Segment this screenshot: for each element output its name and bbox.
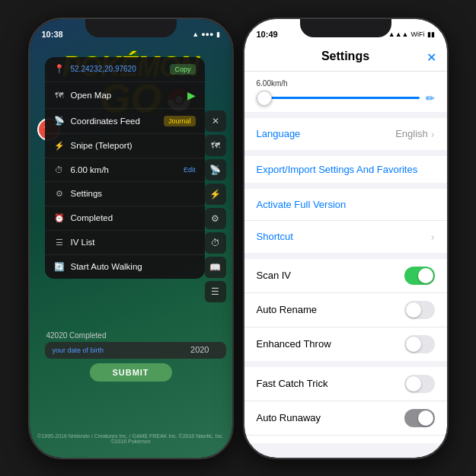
- menu-item-coordinate[interactable]: 📍 52.24232,20.97620 Copy: [45, 57, 205, 82]
- signal-icon: ●●●: [201, 30, 213, 38]
- speed-icon: ⏱: [54, 165, 65, 174]
- activate-label: Activate Full Version: [257, 199, 435, 210]
- toolbar-book[interactable]: 📖: [205, 257, 226, 278]
- left-screen: 10:38 ▲ ●●● ▮ POKÉMON GO 🔴 ✕: [30, 19, 232, 458]
- fast-catch-row[interactable]: Fast Catch Trick: [244, 367, 447, 401]
- battery-icon: ▮: [216, 30, 220, 38]
- shortcut-label: Shortcut: [257, 231, 431, 242]
- toolbar-map[interactable]: 🗺: [205, 135, 226, 156]
- right-screen: 10:49 ▲▲▲ WiFi ▮▮ Settings ✕ 6.: [244, 19, 447, 458]
- enhanced-throw-toggle[interactable]: [404, 335, 435, 353]
- auto-runaway-label: Auto Runaway: [257, 412, 404, 423]
- completed-icon: ⏰: [54, 213, 65, 223]
- close-button[interactable]: ✕: [426, 50, 436, 64]
- toolbar-close[interactable]: ✕: [205, 110, 226, 132]
- export-group: Export/Import Settings And Favorites: [244, 156, 447, 183]
- date-label: your date of birth: [53, 347, 104, 354]
- edit-button[interactable]: Edit: [184, 166, 196, 174]
- list-icon: ☰: [54, 238, 65, 248]
- auto-rename-knob: [406, 302, 421, 318]
- settings-title: Settings: [321, 50, 369, 63]
- auto-runaway-toggle[interactable]: [404, 409, 435, 427]
- language-chevron-icon: ›: [431, 128, 435, 140]
- auto-walking-label: Start Auto Walking: [71, 262, 196, 271]
- completed-label: Completed: [71, 213, 196, 222]
- toolbar-timer[interactable]: ⏱: [205, 232, 226, 254]
- map-icon: 🗺: [54, 91, 65, 100]
- menu-item-coordinates-feed[interactable]: 📡 Coordinates Feed Journal: [45, 109, 205, 134]
- menu-item-open-map[interactable]: 🗺 Open Map ▶: [45, 82, 205, 109]
- shortcut-row[interactable]: Shortcut ›: [244, 221, 447, 253]
- speed-value: 6.00km/h: [257, 79, 435, 88]
- fast-catch-label: Fast Catch Trick: [257, 378, 404, 389]
- snipe-label: Snipe (Teleport): [71, 141, 196, 150]
- toolbar-bolt[interactable]: ⚡: [205, 184, 226, 205]
- menu-item-settings[interactable]: ⚙ Settings: [45, 182, 205, 206]
- auto-rename-toggle[interactable]: [404, 301, 435, 319]
- fast-catch-knob: [406, 376, 421, 391]
- speed-slider[interactable]: ✏: [257, 92, 435, 104]
- toolbar-list[interactable]: ☰: [205, 281, 226, 302]
- signal-right: ▲▲▲: [388, 30, 409, 38]
- location-icon: 📍: [54, 64, 65, 74]
- menu-item-speed[interactable]: ⏱ 6.00 km/h Edit: [45, 158, 205, 182]
- time-left: 10:38: [42, 30, 63, 39]
- open-map-label: Open Map: [71, 91, 181, 100]
- fullversion-group: Activate Full Version Shortcut ›: [244, 189, 447, 253]
- menu-item-completed[interactable]: ⏰ Completed: [45, 206, 205, 231]
- toggle-group-1: Scan IV Auto Rename Enhanced Throw: [244, 259, 447, 361]
- settings-label: Settings: [71, 189, 196, 198]
- scan-iv-label: Scan IV: [257, 270, 404, 281]
- language-value: English: [395, 128, 428, 139]
- copyright-text: ©1995-2016 Nintendo / Creatures Inc. / G…: [30, 433, 232, 444]
- language-row[interactable]: Language English ›: [244, 118, 447, 150]
- slider-thumb[interactable]: [257, 91, 272, 106]
- feed-label: Coordinates Feed: [71, 117, 158, 126]
- snipe-icon: ⚡: [54, 141, 65, 151]
- toolbar-gear[interactable]: ⚙: [205, 208, 226, 229]
- menu-item-snipe[interactable]: ⚡ Snipe (Teleport): [45, 134, 205, 158]
- time-right: 10:49: [257, 30, 278, 39]
- wifi-icon: ▲: [192, 30, 199, 38]
- journal-button[interactable]: Journal: [164, 116, 196, 126]
- left-phone: 10:38 ▲ ●●● ▮ POKÉMON GO 🔴 ✕: [28, 18, 234, 459]
- feed-icon: 📡: [54, 116, 65, 126]
- speed-section: 6.00km/h ✏: [244, 72, 447, 112]
- battery-right: ▮▮: [427, 30, 435, 38]
- scan-iv-knob: [418, 268, 433, 283]
- auto-rename-row[interactable]: Auto Rename: [244, 293, 447, 327]
- activate-row[interactable]: Activate Full Version: [244, 189, 447, 221]
- phone-notch-right: [300, 19, 391, 37]
- side-toolbar: ✕ 🗺 📡 ⚡ ⚙ ⏱ 📖 ☰: [205, 110, 226, 302]
- iv-list-label: IV List: [71, 238, 196, 247]
- map-arrow-icon: ▶: [187, 89, 196, 101]
- menu-item-iv-list[interactable]: ☰ IV List: [45, 231, 205, 255]
- status-icons-right: ▲▲▲ WiFi ▮▮: [388, 30, 435, 38]
- submit-button[interactable]: SUBMIT: [89, 363, 171, 382]
- copy-button[interactable]: Copy: [170, 64, 195, 75]
- completed-count: 42020 Completed: [46, 331, 107, 340]
- settings-header: Settings ✕: [244, 43, 447, 72]
- walk-icon: 🔄: [54, 262, 65, 272]
- auto-runaway-row[interactable]: Auto Runaway: [244, 401, 447, 436]
- speed-label: 6.00 km/h: [71, 165, 177, 174]
- language-group: Language English ›: [244, 118, 447, 150]
- scan-iv-toggle[interactable]: [404, 267, 435, 285]
- menu-item-auto-walking[interactable]: 🔄 Start Auto Walking: [45, 255, 205, 279]
- enhanced-throw-label: Enhanced Throw: [257, 338, 404, 350]
- export-row[interactable]: Export/Import Settings And Favorites: [244, 156, 447, 183]
- language-label: Language: [257, 128, 396, 139]
- enhanced-throw-row[interactable]: Enhanced Throw: [244, 327, 447, 361]
- edit-speed-icon[interactable]: ✏: [426, 92, 435, 104]
- settings-content[interactable]: 6.00km/h ✏ Language English: [244, 72, 447, 443]
- slider-track[interactable]: [257, 97, 420, 99]
- scan-iv-row[interactable]: Scan IV: [244, 259, 447, 293]
- auto-runaway-knob: [418, 411, 433, 426]
- settings-icon: ⚙: [54, 189, 65, 199]
- auto-runaway-shiny-row[interactable]: Auto Runaway If Not Shiny: [244, 436, 447, 443]
- shortcut-chevron-icon: ›: [431, 231, 435, 243]
- fast-catch-toggle[interactable]: [404, 375, 435, 393]
- auto-rename-label: Auto Rename: [257, 304, 404, 315]
- toolbar-rss[interactable]: 📡: [205, 159, 226, 180]
- right-phone: 10:49 ▲▲▲ WiFi ▮▮ Settings ✕ 6.: [243, 18, 449, 459]
